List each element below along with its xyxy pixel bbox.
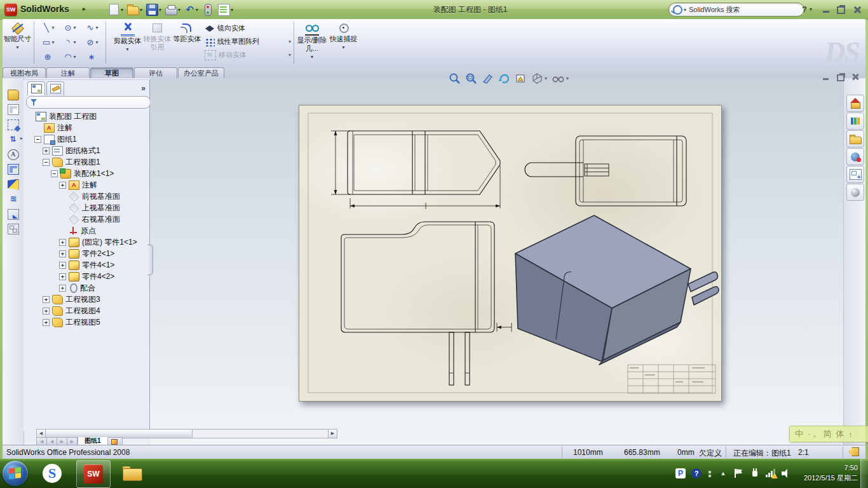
- tree-item-7[interactable]: 前视基准面: [25, 191, 148, 202]
- tree-expander-icon[interactable]: −: [51, 170, 58, 177]
- ellipse-tool-button[interactable]: ⊘▾: [80, 35, 103, 50]
- graphics-viewport[interactable]: [150, 78, 844, 445]
- tree-expander-icon[interactable]: −: [34, 136, 41, 143]
- detail-view-button[interactable]: A: [6, 148, 20, 161]
- view-palette-button[interactable]: [846, 166, 864, 183]
- dropdown-caret-icon[interactable]: ▾: [178, 7, 180, 13]
- dropdown-caret-icon[interactable]: ▾: [121, 7, 123, 13]
- design-library-button[interactable]: [846, 112, 864, 130]
- new-document-button[interactable]: ▾: [107, 3, 125, 17]
- search-dropdown-icon[interactable]: ▾: [684, 7, 686, 13]
- ime-mode-item[interactable]: 体: [836, 428, 844, 440]
- doc-close-button[interactable]: [850, 72, 861, 81]
- restore-button[interactable]: [835, 5, 846, 14]
- tree-expander-icon[interactable]: +: [59, 239, 66, 246]
- dropdown-caret-icon[interactable]: ▾: [159, 7, 161, 13]
- dropdown-caret-icon[interactable]: ▾: [288, 52, 291, 58]
- hide-show-items-icon[interactable]: ▾: [552, 72, 569, 85]
- ime-mode-item[interactable]: ·，: [808, 428, 818, 440]
- tree-filter-input[interactable]: [26, 96, 151, 109]
- sheet-nav-last-icon[interactable]: ▶: [67, 437, 78, 445]
- isometric-view-drawing[interactable]: [515, 215, 719, 365]
- file-explorer-button[interactable]: [846, 130, 864, 147]
- help-button[interactable]: ?: [802, 4, 807, 14]
- tray-mini-icon[interactable]: [707, 468, 712, 478]
- show-desktop-button[interactable]: [860, 459, 868, 488]
- tree-item-13[interactable]: +零件4<1>: [25, 259, 148, 271]
- projected-view-button[interactable]: [6, 104, 20, 116]
- update-view-button[interactable]: ⇅: [6, 133, 20, 146]
- dropdown-caret-icon[interactable]: ▾: [311, 53, 313, 61]
- minimize-button[interactable]: [821, 5, 832, 14]
- solidworks-resources-button[interactable]: [846, 95, 864, 112]
- tree-item-6[interactable]: +注解: [25, 179, 148, 191]
- crop-view-button[interactable]: [6, 208, 20, 220]
- tree-item-17[interactable]: +工程视图4: [25, 305, 148, 316]
- front-view-dimension[interactable]: [497, 323, 512, 332]
- command-tab-评估[interactable]: 评估: [134, 67, 177, 78]
- model-view-button[interactable]: [6, 88, 20, 101]
- zoom-to-fit-icon[interactable]: [449, 72, 461, 85]
- ime-mode-item[interactable]: 中: [795, 428, 803, 440]
- ime-expand-icon[interactable]: ↑: [848, 430, 853, 439]
- break-lines-button[interactable]: ≋: [6, 193, 20, 206]
- dropdown-caret-icon[interactable]: ▾: [566, 76, 569, 81]
- taskbar-browser-button[interactable]: S: [42, 463, 62, 484]
- dropdown-caret-icon[interactable]: ▾: [51, 39, 54, 45]
- tray-p-app-icon[interactable]: P: [675, 468, 686, 478]
- dropdown-caret-icon[interactable]: ▾: [73, 39, 76, 45]
- rotate-view-icon[interactable]: [498, 72, 510, 85]
- alternate-position-button[interactable]: [6, 223, 20, 236]
- ime-language-bar[interactable]: 中·，简体↑: [789, 426, 868, 442]
- linear-sketch-pattern-button[interactable]: 线性草图阵列 ▾: [205, 35, 291, 48]
- tree-expander-icon[interactable]: −: [43, 159, 50, 166]
- trim-entities-button[interactable]: 剪裁实体 ▾: [112, 20, 142, 67]
- tray-help-icon[interactable]: ?: [691, 468, 702, 478]
- top-view-drawing[interactable]: [331, 131, 500, 209]
- dropdown-caret-icon[interactable]: ▾: [342, 43, 344, 51]
- options-button[interactable]: ▾: [217, 3, 234, 17]
- appearances-button[interactable]: [846, 184, 864, 201]
- tree-item-16[interactable]: +工程视图3: [25, 294, 148, 305]
- sheet-nav-prev-icon[interactable]: ◀: [47, 437, 57, 445]
- taskbar-solidworks-button[interactable]: SW: [76, 460, 111, 488]
- sheet-tab-active[interactable]: 图纸1: [78, 437, 108, 445]
- dropdown-caret-icon[interactable]: ▾: [288, 39, 291, 44]
- tree-item-14[interactable]: +零件4<2>: [25, 271, 148, 282]
- view-palette-button[interactable]: [6, 163, 20, 176]
- propertymanager-tab[interactable]: [46, 81, 64, 95]
- dropdown-caret-icon[interactable]: ▾: [95, 25, 98, 30]
- tree-item-4[interactable]: −工程视图1: [25, 156, 148, 168]
- dropdown-caret-icon[interactable]: ▾: [126, 45, 128, 53]
- tree-item-1[interactable]: 注解: [25, 122, 148, 133]
- rectangle-tool-button[interactable]: ▭▾: [37, 35, 58, 50]
- drawing-sheet[interactable]: [299, 105, 722, 402]
- help-dropdown-icon[interactable]: ▾: [810, 6, 812, 12]
- tree-item-3[interactable]: +图纸格式1: [25, 145, 148, 156]
- display-style-icon[interactable]: ▾: [531, 72, 547, 85]
- taskbar-explorer-button[interactable]: [122, 463, 142, 484]
- circle-tool-button[interactable]: ⊙▾: [58, 20, 80, 35]
- dropdown-caret-icon[interactable]: ▾: [231, 7, 233, 13]
- tree-expander-icon[interactable]: +: [59, 285, 66, 292]
- polygon-tool-button[interactable]: ⊕: [37, 50, 58, 64]
- move-entities-button[interactable]: 移动实体 ▾: [205, 48, 291, 62]
- solidworks-logo-icon[interactable]: SW: [4, 3, 17, 16]
- quick-snaps-button[interactable]: 快速捕捉 ▾: [329, 20, 358, 67]
- tree-expander-icon[interactable]: +: [43, 296, 50, 303]
- view-orientation-icon[interactable]: [482, 72, 494, 85]
- tree-expander-icon[interactable]: +: [43, 308, 50, 315]
- tree-item-5[interactable]: −装配体1<1>: [25, 168, 148, 179]
- 3d-drawing-view-icon[interactable]: [515, 72, 527, 85]
- dropdown-caret-icon[interactable]: ▾: [73, 25, 76, 30]
- tree-item-18[interactable]: +工程视图5: [25, 316, 148, 328]
- tree-expander-icon[interactable]: +: [43, 319, 50, 326]
- tree-item-2[interactable]: −图纸1: [25, 133, 148, 145]
- tree-expander-icon[interactable]: +: [43, 147, 50, 154]
- title-block[interactable]: [628, 365, 715, 393]
- tree-item-12[interactable]: +零件2<1>: [25, 248, 148, 259]
- section-view-button[interactable]: [6, 118, 20, 131]
- show-hidden-icons-button[interactable]: ▲: [718, 468, 728, 478]
- tags-icon[interactable]: [849, 447, 859, 456]
- zoom-to-area-icon[interactable]: [465, 72, 477, 85]
